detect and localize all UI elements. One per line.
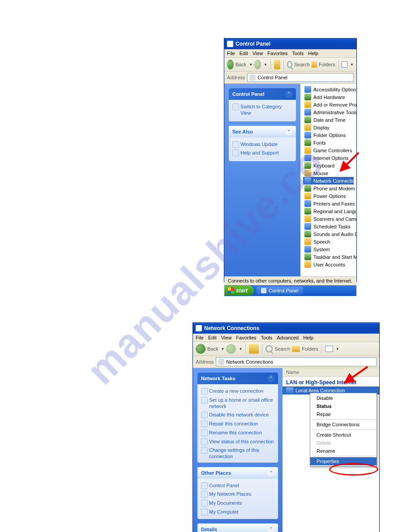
network-tasks-header[interactable]: Network Tasks ˄ (197, 373, 278, 384)
see-also-header[interactable]: See Also ˄ (229, 126, 296, 137)
sidebar-task-link[interactable]: Change settings of this connection (201, 446, 274, 461)
fwd-caret-icon[interactable]: ▼ (264, 63, 267, 67)
context-menu-item[interactable]: Rename (310, 447, 377, 455)
control-panel-item[interactable]: Internet Options (303, 154, 354, 162)
details-box: Details ˅ (197, 523, 278, 532)
control-panel-item[interactable]: System (303, 245, 354, 253)
other-places-header[interactable]: Other Places ˄ (197, 467, 278, 479)
start-button[interactable]: start (224, 286, 254, 296)
control-panel-item[interactable]: Game Controllers (303, 146, 354, 154)
windows-update-link[interactable]: Windows Update (232, 140, 292, 149)
chevron-up-icon[interactable]: ˄ (285, 128, 292, 135)
context-menu-item[interactable]: Status (310, 402, 377, 410)
sidebar-place-link[interactable]: My Computer (201, 508, 274, 517)
context-menu-item[interactable]: Disable (310, 394, 377, 402)
views-caret-icon[interactable]: ▼ (336, 347, 339, 351)
control-panel-item[interactable]: Keyboard (303, 162, 354, 169)
back-icon[interactable] (227, 60, 234, 69)
control-panel-item[interactable]: Power Options (303, 192, 354, 200)
control-panel-item[interactable]: Add or Remove Programs (303, 101, 354, 108)
back-caret-icon[interactable]: ▼ (221, 347, 224, 351)
control-panel-item[interactable]: Administrative Tools (303, 108, 354, 116)
back-icon[interactable] (196, 344, 206, 354)
control-panel-item[interactable]: Printers and Faxes (303, 200, 354, 207)
details-header[interactable]: Details ˅ (197, 523, 278, 532)
titlebar[interactable]: Network Connections (193, 323, 379, 334)
taskbar-tab[interactable]: Control Panel (257, 287, 303, 295)
views-icon[interactable] (342, 61, 347, 68)
control-panel-item[interactable]: Scheduled Tasks (303, 223, 354, 230)
control-panel-item[interactable]: Regional and Language Options (303, 207, 354, 215)
menu-view[interactable]: View (253, 51, 263, 56)
back-caret-icon[interactable]: ▼ (249, 63, 253, 67)
menu-file[interactable]: File (227, 51, 235, 56)
address-input[interactable]: Control Panel (247, 73, 354, 82)
control-panel-item[interactable]: Scanners and Cameras (303, 215, 354, 223)
menu-edit[interactable]: Edit (240, 51, 248, 56)
control-panel-item[interactable]: Speech (303, 238, 354, 245)
views-caret-icon[interactable]: ▼ (350, 63, 354, 67)
control-panel-item[interactable]: Taskbar and Start Menu (303, 253, 354, 261)
sidebar-task-link[interactable]: View status of this connection (201, 438, 274, 446)
control-panel-item[interactable]: Phone and Modem Options (303, 184, 354, 192)
menu-file[interactable]: File (196, 335, 204, 340)
folders-label[interactable]: Folders (319, 62, 335, 67)
folders-label[interactable]: Folders (302, 346, 318, 352)
control-panel-item[interactable]: Network Connections (303, 177, 354, 184)
control-panel-item[interactable]: Folder Options (303, 131, 354, 139)
chevron-up-icon[interactable]: ˄ (267, 375, 274, 382)
forward-icon[interactable] (254, 60, 261, 69)
sidebar-task-link[interactable]: Repair this connection (201, 420, 274, 429)
control-panel-item[interactable]: Mouse (303, 169, 354, 177)
forward-icon[interactable] (226, 344, 236, 354)
sidebar-task-link[interactable]: Rename this connection (201, 429, 274, 438)
control-panel-item[interactable]: Add Hardware (303, 93, 354, 101)
context-menu-item[interactable]: Create Shortcut (310, 431, 377, 439)
menu-tools[interactable]: Tools (261, 335, 273, 340)
sidebar-place-link[interactable]: Control Panel (201, 481, 274, 490)
sidebar-task-link[interactable]: Set up a home or small office network (201, 396, 274, 411)
context-menu-item[interactable]: Bridge Connections (310, 420, 377, 429)
control-panel-item[interactable]: Sounds and Audio Devices (303, 230, 354, 238)
search-label[interactable]: Search (274, 346, 290, 352)
column-header-name[interactable]: Name (283, 368, 379, 377)
menu-help[interactable]: Help (308, 51, 318, 56)
menu-favorites[interactable]: Favorites (267, 51, 287, 56)
control-panel-item[interactable]: Fonts (303, 139, 354, 146)
titlebar[interactable]: Control Panel (224, 39, 356, 49)
back-label[interactable]: Back (207, 346, 218, 352)
sidebar-task-link[interactable]: Create a new connection (201, 387, 274, 396)
address-input[interactable]: Network Connections (216, 357, 377, 366)
control-panel-box-header[interactable]: Control Panel ˄ (229, 88, 296, 100)
folders-icon[interactable] (292, 346, 300, 352)
sidebar-task-link[interactable]: Disable this network device (201, 411, 274, 420)
control-panel-item[interactable]: Date and Time (303, 116, 354, 124)
context-menu-item[interactable]: Repair (310, 410, 377, 418)
search-icon[interactable] (287, 61, 292, 68)
menu-view[interactable]: View (221, 335, 232, 340)
menu-tools[interactable]: Tools (292, 51, 304, 56)
control-panel-item[interactable]: Accessibility Options (303, 86, 354, 93)
up-icon[interactable] (274, 60, 281, 69)
help-support-link[interactable]: Help and Support (232, 149, 292, 158)
sidebar-place-link[interactable]: My Network Places (201, 490, 274, 499)
back-label[interactable]: Back (235, 62, 246, 67)
menu-favorites[interactable]: Favorites (236, 335, 256, 340)
chevron-down-icon[interactable]: ˅ (267, 526, 274, 532)
search-icon[interactable] (265, 345, 273, 352)
folders-icon[interactable] (312, 61, 317, 68)
control-panel-item[interactable]: Display (303, 124, 354, 131)
search-label[interactable]: Search (294, 62, 310, 67)
chevron-up-icon[interactable]: ˄ (285, 90, 292, 98)
context-menu-item[interactable]: Properties (310, 457, 377, 465)
up-icon[interactable] (249, 344, 259, 354)
views-icon[interactable] (325, 346, 333, 352)
menu-help[interactable]: Help (303, 335, 313, 340)
menu-advanced[interactable]: Advanced (277, 335, 299, 340)
menu-edit[interactable]: Edit (208, 335, 217, 340)
sidebar-place-link[interactable]: My Documents (201, 499, 274, 508)
chevron-up-icon[interactable]: ˄ (267, 469, 274, 476)
switch-view-link[interactable]: Switch to Category View (232, 103, 292, 118)
control-panel-item[interactable]: User Accounts (303, 261, 354, 268)
fwd-caret-icon[interactable]: ▼ (239, 347, 242, 351)
